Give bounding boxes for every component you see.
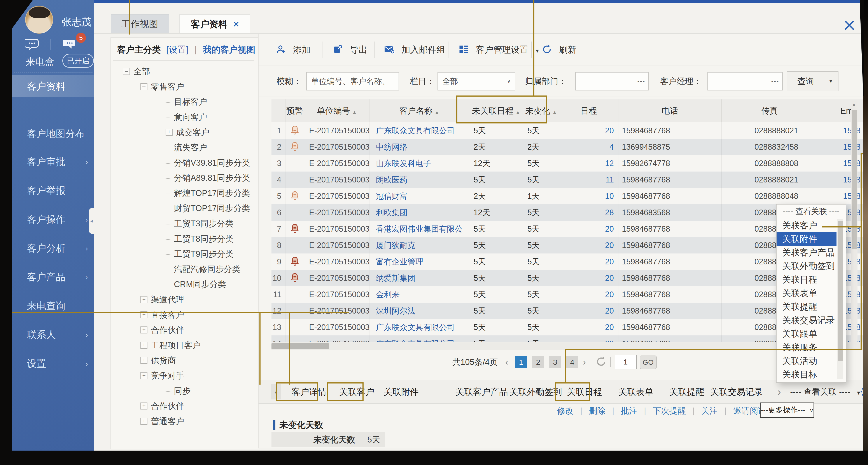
context-menu-item-关联服务[interactable]: 关联服务	[777, 340, 842, 354]
tree-item-直接客户[interactable]: +直接客户	[141, 307, 184, 323]
column-header-Em[interactable]: Em	[818, 99, 868, 122]
my-customer-view-link[interactable]: 我的客户视图	[203, 45, 255, 55]
sidebar-item-6[interactable]: 客户分析›	[12, 234, 94, 263]
context-menu-item-关联客户产品[interactable]: 关联客户产品	[777, 245, 842, 259]
context-menu-item-关联日程[interactable]: 关联日程	[777, 273, 842, 286]
sidebar-item-3[interactable]: 客户审批›	[12, 147, 94, 176]
expand-icon[interactable]: +	[141, 357, 148, 364]
refresh-button[interactable]: 刷新	[541, 34, 577, 66]
cell-name[interactable]: 利欧集团	[369, 204, 469, 221]
cell-name[interactable]: 金利来	[369, 286, 469, 303]
tree-item-竞争对手[interactable]: +竞争对手	[141, 368, 184, 383]
context-menu-item-关联目标[interactable]: 关联目标	[777, 368, 842, 381]
column-header-单位编号[interactable]: 单位编号▲	[304, 99, 369, 122]
sidebar-item-8[interactable]: 来电查询	[12, 291, 94, 321]
cell-name[interactable]: 富有企业管理	[369, 254, 469, 270]
next-page-button[interactable]: ›	[583, 352, 586, 372]
column-select[interactable]: 全部 ∨	[437, 72, 516, 91]
view-relation-dropdown[interactable]: ---- 查看关联 ---- ▼	[790, 380, 861, 403]
action-link-删除[interactable]: 删除	[589, 406, 606, 416]
tree-item-零售客户[interactable]: –零售客户	[141, 79, 184, 94]
cell-name[interactable]: 广东联众文具有限公司	[369, 319, 469, 335]
more-operations-dropdown[interactable]: ---更多操作--- ∨	[760, 402, 814, 418]
cell-name[interactable]: 冠信财富	[369, 188, 469, 204]
tree-item-财贸TOP17同步分类[interactable]: 财贸TOP17同步分类	[165, 201, 250, 216]
cell-name[interactable]: 山东联发科电子	[369, 155, 469, 171]
table-row[interactable]: 1 E-201705150003广东联众文具有限公司5天5天2015984687…	[272, 122, 868, 139]
sort-asc-icon[interactable]: ▲	[553, 110, 557, 114]
tab-close-icon[interactable]: ×	[233, 19, 239, 29]
bottom-tab-关联客户产品[interactable]: 关联客户产品	[456, 380, 508, 403]
tree-item-流失客户[interactable]: 流失客户	[165, 140, 207, 155]
tab-work-view[interactable]: 工作视图	[111, 14, 169, 34]
tree-item-工贸T9同步分类[interactable]: 工贸T9同步分类	[165, 246, 234, 262]
cell-name[interactable]: 厦门狄耐克	[369, 237, 469, 254]
scroll-up-icon[interactable]: ▲	[852, 102, 856, 107]
callbox-status-pill[interactable]: 已开启	[62, 54, 94, 68]
tree-settings-link[interactable]: [设置]	[166, 45, 189, 55]
table-row[interactable]: 4E-201705150003朗欧医药5天5天11159846877680288…	[272, 171, 868, 188]
tree-item-分销V39.81同步分类[interactable]: 分销V39.81同步分类	[165, 155, 250, 170]
tree-item-供货商[interactable]: +供货商	[141, 353, 176, 368]
bottom-tab-关联外勤签到[interactable]: 关联外勤签到	[509, 380, 562, 403]
menu-scrollbar[interactable]	[837, 219, 843, 379]
expand-icon[interactable]: +	[141, 296, 148, 303]
tree-item-成交客户[interactable]: +成交客户	[165, 125, 209, 140]
tree-item-全部[interactable]: –全部	[123, 64, 150, 79]
cell-name[interactable]: 深圳阿尔法	[369, 303, 469, 319]
context-menu-item-关联附件[interactable]: 关联附件	[777, 232, 837, 245]
context-menu-item-关联交易记录[interactable]: 关联交易记录	[777, 313, 842, 327]
expand-icon[interactable]: +	[165, 129, 173, 136]
tree-item-工程项目客户[interactable]: +工程项目客户	[141, 338, 201, 353]
table-row[interactable]: 2 E-201705150003中纺网络2天2天4136994588750288…	[272, 139, 868, 155]
reload-page-icon[interactable]	[595, 356, 607, 368]
action-link-批注[interactable]: 批注	[621, 406, 638, 416]
tree-item-工贸T8同步分类[interactable]: 工贸T8同步分类	[165, 231, 234, 246]
page-button-3[interactable]: 3	[549, 356, 561, 368]
column-header-电话[interactable]: 电话	[618, 99, 722, 122]
context-menu-item-关联跟单[interactable]: 关联跟单	[777, 327, 842, 340]
tree-item-意向客户[interactable]: 意向客户	[165, 109, 207, 125]
tree-item-目标客户[interactable]: 目标客户	[165, 94, 207, 109]
tree-item-汽配汽修同步分类[interactable]: 汽配汽修同步分类	[165, 262, 240, 277]
bottom-tab-关联交易记录[interactable]: 关联交易记录	[710, 380, 763, 403]
collapse-icon[interactable]: –	[141, 83, 148, 90]
join-mail-group-button[interactable]: 加入邮件组	[384, 34, 445, 66]
table-row[interactable]: 5 E-201705150003冠信财富2天1天1015984687768028…	[272, 188, 868, 204]
tab-customer-data[interactable]: 客户资料×	[179, 14, 250, 33]
add-button[interactable]: 添加	[275, 34, 310, 66]
expand-icon[interactable]: +	[141, 327, 148, 333]
tree-item-合作伙伴[interactable]: +合作伙伴	[141, 322, 184, 338]
page-jump-input[interactable]: 1	[615, 355, 637, 369]
page-button-1[interactable]: 1	[515, 356, 527, 368]
cell-name[interactable]: 纳爱斯集团	[369, 270, 469, 286]
ellipsis-picker-icon[interactable]: •••	[638, 72, 645, 90]
expand-icon[interactable]: +	[141, 402, 148, 409]
tree-item-渠道代理[interactable]: +渠道代理	[141, 292, 184, 307]
scrollbar-thumb[interactable]	[838, 221, 843, 361]
action-link-关注[interactable]: 关注	[701, 406, 718, 416]
bottom-tab-关联表单[interactable]: 关联表单	[618, 380, 653, 403]
cell-name[interactable]: 广东联众文具有限公司	[369, 122, 469, 139]
cell-name[interactable]: 广东联众文具有限公司	[369, 335, 469, 342]
customer-manage-settings-button[interactable]: 客户管理设置 ▼	[458, 34, 540, 66]
search-button[interactable]: 查询	[787, 71, 825, 91]
cell-name[interactable]: 中纺网络	[369, 139, 469, 155]
context-menu-item-关联提醒[interactable]: 关联提醒	[777, 300, 842, 313]
expand-icon[interactable]: +	[141, 418, 148, 425]
chat-bubble-icon[interactable]	[25, 38, 40, 51]
go-button[interactable]: GO	[640, 356, 657, 369]
sort-asc-icon[interactable]: ▲	[435, 110, 439, 114]
scrollbar-thumb[interactable]	[272, 343, 329, 349]
collapse-icon[interactable]: –	[123, 68, 130, 75]
sidebar-item-7[interactable]: 客户产品›	[12, 262, 94, 292]
column-header-row-number[interactable]	[272, 99, 285, 122]
avatar[interactable]	[25, 6, 53, 34]
tree-item-分销A89.81同步分类[interactable]: 分销A89.81同步分类	[165, 170, 250, 186]
export-button[interactable]: 导出	[332, 34, 367, 66]
bottom-tab-关联提醒[interactable]: 关联提醒	[670, 380, 704, 403]
context-menu-item-关联表单[interactable]: 关联表单	[777, 286, 842, 300]
context-menu-item-关联客户[interactable]: 关联客户	[777, 219, 842, 232]
tree-item-合作伙伴[interactable]: +合作伙伴	[141, 398, 184, 413]
sidebar-item-2[interactable]: 客户地图分布	[12, 119, 94, 148]
